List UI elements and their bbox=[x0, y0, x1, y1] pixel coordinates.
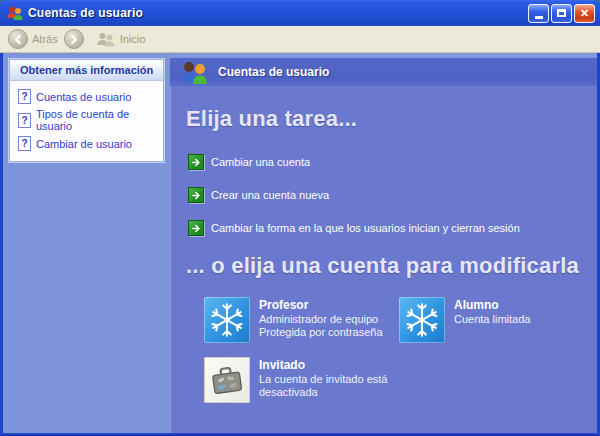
task-create-account[interactable]: Crear una cuenta nueva bbox=[188, 187, 587, 203]
account-tile-alumno[interactable]: Alumno Cuenta limitada bbox=[399, 297, 594, 343]
account-tile-invitado[interactable]: Invitado La cuenta de invitado está desa… bbox=[204, 357, 399, 403]
learn-more-panel: Obtener más información ? Cuentas de usu… bbox=[9, 59, 164, 162]
home-button[interactable]: Inicio bbox=[96, 32, 146, 47]
suitcase-icon bbox=[204, 357, 250, 403]
page-title: Cuentas de usuario bbox=[218, 65, 329, 79]
green-arrow-icon bbox=[188, 154, 204, 170]
green-arrow-icon bbox=[188, 220, 204, 236]
help-document-icon: ? bbox=[18, 113, 31, 128]
user-accounts-window-icon bbox=[6, 5, 24, 21]
account-detail: La cuenta de invitado está desactivada bbox=[259, 373, 399, 400]
sidebar-link-account-types[interactable]: ? Tipos de cuenta de usuario bbox=[16, 106, 159, 134]
back-arrow-icon bbox=[8, 29, 28, 49]
titlebar: Cuentas de usuario ✕ bbox=[0, 0, 600, 26]
home-button-label: Inicio bbox=[120, 33, 146, 45]
account-detail: Cuenta limitada bbox=[454, 313, 594, 326]
account-name: Alumno bbox=[454, 298, 594, 313]
help-document-icon: ? bbox=[18, 136, 31, 151]
learn-more-header: Obtener más información bbox=[10, 60, 163, 81]
sidebar-link-user-accounts[interactable]: ? Cuentas de usuario bbox=[16, 87, 159, 106]
back-button[interactable]: Atrás bbox=[8, 29, 58, 49]
help-document-icon: ? bbox=[18, 89, 31, 104]
sidebar-link-switch-users[interactable]: ? Cambiar de usuario bbox=[16, 134, 159, 153]
home-users-icon bbox=[96, 32, 116, 47]
accounts-list: Profesor Administrador de equipo Protegi… bbox=[204, 297, 597, 417]
account-name: Profesor bbox=[259, 298, 399, 313]
green-arrow-icon bbox=[188, 187, 204, 203]
pick-task-heading: Elija una tarea... bbox=[186, 106, 587, 132]
window-title: Cuentas de usuario bbox=[28, 6, 528, 20]
left-column: Obtener más información ? Cuentas de usu… bbox=[3, 53, 170, 433]
account-name: Invitado bbox=[259, 358, 399, 373]
forward-arrow-icon bbox=[64, 29, 84, 49]
account-tile-profesor[interactable]: Profesor Administrador de equipo Protegi… bbox=[204, 297, 399, 343]
close-button[interactable]: ✕ bbox=[574, 4, 595, 23]
pick-account-heading: ... o elija una cuenta para modificarla bbox=[186, 253, 587, 279]
maximize-button[interactable] bbox=[551, 4, 572, 23]
account-detail: Protegida por contraseña bbox=[259, 326, 399, 339]
main-panel: Cuentas de usuario Elija una tarea... Ca… bbox=[170, 53, 597, 433]
snowflake-icon bbox=[204, 297, 250, 343]
page-header: Cuentas de usuario bbox=[170, 58, 597, 86]
back-button-label: Atrás bbox=[32, 33, 58, 45]
task-change-account[interactable]: Cambiar una cuenta bbox=[188, 154, 587, 170]
user-accounts-icon bbox=[180, 60, 210, 84]
user-accounts-window: Cuentas de usuario ✕ Atrás bbox=[0, 0, 600, 436]
account-detail: Administrador de equipo bbox=[259, 313, 399, 326]
task-change-logon[interactable]: Cambiar la forma en la que los usuarios … bbox=[188, 220, 587, 236]
navigation-toolbar: Atrás Inicio bbox=[0, 26, 600, 53]
minimize-button[interactable] bbox=[528, 4, 549, 23]
forward-button[interactable] bbox=[64, 29, 84, 49]
snowflake-icon bbox=[399, 297, 445, 343]
